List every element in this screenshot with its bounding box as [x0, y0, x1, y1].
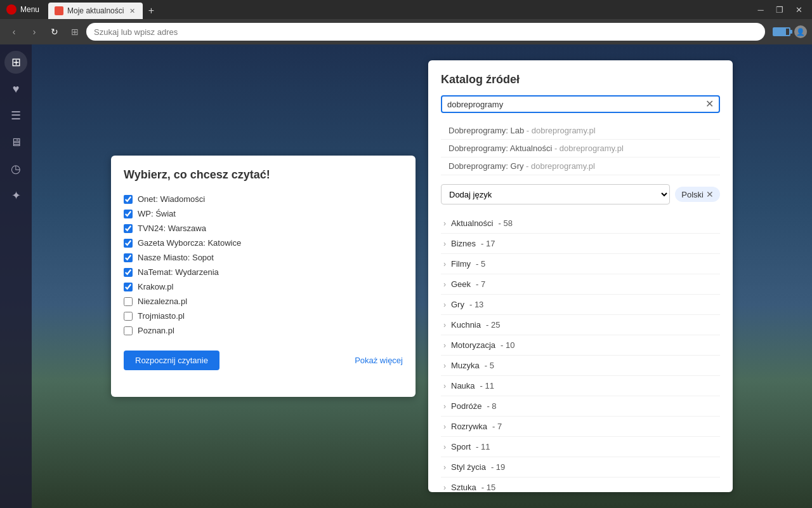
source-checkbox[interactable]: [124, 224, 133, 233]
category-item[interactable]: ›Muzyka - 5: [441, 356, 720, 376]
source-item: Onet: Wiadomości: [124, 192, 403, 206]
sources-list: Onet: WiadomościWP: ŚwiatTVN24: Warszawa…: [124, 192, 403, 338]
category-label: Sport: [451, 442, 471, 451]
menu-button[interactable]: Menu: [0, 4, 46, 15]
category-item[interactable]: ›Sztuka - 15: [441, 478, 720, 492]
menu-label: Menu: [20, 5, 39, 14]
category-count: - 11: [476, 442, 490, 451]
language-tag-close[interactable]: ✕: [706, 189, 714, 199]
chevron-right-icon: ›: [443, 260, 446, 269]
category-label: Aktualności: [451, 218, 493, 228]
category-label: Styl życia: [451, 462, 486, 472]
source-checkbox[interactable]: [124, 253, 133, 262]
active-tab[interactable]: Moje aktualności ✕: [48, 3, 143, 19]
panel-footer: Rozpocznij czytanie Pokaż więcej: [124, 351, 403, 370]
source-label: Gazeta Wyborcza: Katowice: [138, 238, 241, 248]
search-result-item[interactable]: Dobreprogramy: Lab - dobreprogramy.pl: [441, 122, 720, 140]
source-item: Nasze Miasto: Sopot: [124, 250, 403, 265]
category-count: - 10: [501, 340, 514, 350]
category-label: Geek: [451, 279, 471, 289]
category-item[interactable]: ›Aktualności - 58: [441, 213, 720, 234]
chevron-right-icon: ›: [443, 402, 446, 411]
category-count: - 8: [487, 401, 496, 411]
source-checkbox[interactable]: [124, 297, 133, 306]
sidebar-item-grid[interactable]: ⊞: [4, 51, 27, 74]
source-label: Niezalezna.pl: [138, 297, 187, 306]
category-item[interactable]: ›Kuchnia - 25: [441, 315, 720, 335]
chevron-right-icon: ›: [443, 382, 446, 391]
source-checkbox[interactable]: [124, 312, 133, 321]
chevron-right-icon: ›: [443, 219, 446, 228]
category-count: - 15: [481, 483, 495, 492]
chevron-right-icon: ›: [443, 422, 446, 431]
category-item[interactable]: ›Gry - 13: [441, 295, 720, 315]
category-label: Nauka: [451, 381, 475, 391]
category-label: Filmy: [451, 259, 471, 269]
source-item: Trojmiasto.pl: [124, 309, 403, 323]
search-clear-button[interactable]: ✕: [705, 99, 714, 109]
source-label: Onet: Wiadomości: [138, 194, 205, 204]
category-item[interactable]: ›Sport - 11: [441, 437, 720, 457]
category-count: - 17: [481, 239, 495, 248]
start-reading-button[interactable]: Rozpocznij czytanie: [124, 351, 219, 370]
source-item: NaTemat: Wydarzenia: [124, 265, 403, 279]
right-panel[interactable]: Katalog źródeł ✕ Dobreprogramy: Lab - do…: [428, 60, 733, 492]
source-label: Poznan.pl: [138, 326, 174, 335]
category-item[interactable]: ›Styl życia - 19: [441, 457, 720, 478]
close-button[interactable]: ✕: [790, 3, 807, 17]
category-item[interactable]: ›Filmy - 5: [441, 254, 720, 274]
source-checkbox[interactable]: [124, 239, 133, 248]
user-avatar[interactable]: 👤: [794, 25, 807, 38]
search-result-item[interactable]: Dobreprogramy: Gry - dobreprogramy.pl: [441, 157, 720, 175]
chevron-right-icon: ›: [443, 483, 446, 492]
search-result-item[interactable]: Dobreprogramy: Aktualności - dobreprogra…: [441, 140, 720, 157]
sidebar-item-extensions[interactable]: ✦: [4, 184, 27, 207]
source-label: WP: Świat: [138, 209, 176, 218]
category-count: - 13: [469, 300, 483, 309]
forward-button[interactable]: ›: [25, 23, 43, 41]
tab-icon: [55, 6, 63, 15]
source-checkbox[interactable]: [124, 195, 133, 204]
tab-close-button[interactable]: ✕: [128, 6, 136, 15]
category-item[interactable]: ›Nauka - 11: [441, 376, 720, 396]
navbar: ‹ › ↻ ⊞ 👤: [0, 19, 812, 44]
source-item: Krakow.pl: [124, 279, 403, 294]
new-tab-button[interactable]: +: [143, 3, 159, 19]
source-checkbox[interactable]: [124, 326, 133, 335]
source-label: NaTemat: Wydarzenia: [138, 267, 219, 277]
sidebar-item-snapshot[interactable]: 🖥: [4, 131, 27, 154]
source-label: TVN24: Warszawa: [138, 224, 206, 233]
left-panel-title: Wybierz, co chcesz czytać!: [124, 168, 403, 182]
grid-button[interactable]: ⊞: [66, 23, 84, 41]
category-count: - 19: [491, 462, 505, 472]
source-checkbox[interactable]: [124, 283, 133, 291]
language-select[interactable]: Dodaj język: [441, 184, 670, 204]
sidebar-item-feed[interactable]: ☰: [4, 104, 27, 127]
show-more-link[interactable]: Pokaż więcej: [355, 356, 403, 365]
category-item[interactable]: ›Biznes - 17: [441, 234, 720, 254]
source-checkbox[interactable]: [124, 210, 133, 218]
tabs-area: Moje aktualności ✕ +: [46, 0, 747, 19]
category-item[interactable]: ›Geek - 7: [441, 274, 720, 295]
source-checkbox[interactable]: [124, 268, 133, 277]
category-label: Biznes: [451, 239, 476, 248]
back-button[interactable]: ‹: [5, 23, 23, 41]
category-item[interactable]: ›Motoryzacja - 10: [441, 335, 720, 356]
sidebar-item-history[interactable]: ◷: [4, 157, 27, 180]
catalog-search-input[interactable]: [447, 100, 700, 109]
reload-button[interactable]: ↻: [46, 23, 63, 41]
source-item: Gazeta Wyborcza: Katowice: [124, 236, 403, 250]
source-item: WP: Świat: [124, 206, 403, 221]
chevron-right-icon: ›: [443, 239, 446, 248]
category-item[interactable]: ›Podróże - 8: [441, 396, 720, 417]
titlebar: Menu Moje aktualności ✕ + ─ ❐ ✕: [0, 0, 812, 19]
battery-icon: [773, 27, 790, 36]
sidebar-item-favorites[interactable]: ♥: [4, 77, 27, 100]
language-row: Dodaj język Polski ✕: [441, 184, 720, 204]
chevron-right-icon: ›: [443, 463, 446, 472]
restore-button[interactable]: ❐: [771, 3, 788, 17]
address-input[interactable]: [94, 27, 757, 37]
category-item[interactable]: ›Rozrywka - 7: [441, 417, 720, 437]
minimize-button[interactable]: ─: [752, 3, 769, 17]
sidebar: ⊞ ♥ ☰ 🖥 ◷ ✦: [0, 44, 32, 508]
